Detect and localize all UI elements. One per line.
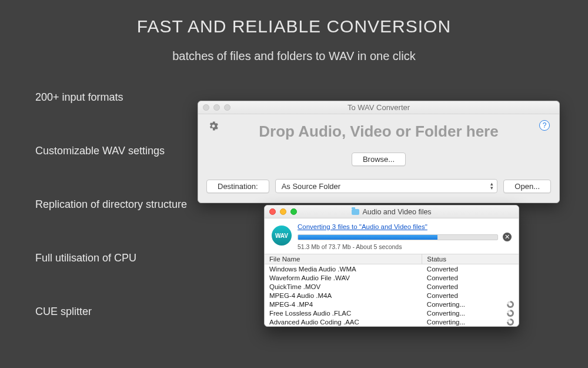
hero-title: FAST AND RELIABLE CONVERSION bbox=[0, 0, 588, 37]
table-row[interactable]: Windows Media Audio .WMAConverted bbox=[265, 264, 519, 274]
gear-icon[interactable] bbox=[208, 120, 219, 132]
feature-item: CUE splitter bbox=[35, 306, 187, 318]
status-cell: Converting... bbox=[422, 300, 519, 309]
window-controls[interactable] bbox=[269, 208, 297, 215]
progress-link[interactable]: Converting 3 files to "Audio and Video f… bbox=[298, 223, 512, 230]
destination-button[interactable]: Destination: bbox=[206, 180, 269, 193]
progress-bar bbox=[298, 234, 498, 240]
table-row[interactable]: Advanced Audio Coding .AACConverting... bbox=[265, 317, 519, 326]
file-name-cell: MPEG-4 .MP4 bbox=[265, 300, 422, 309]
table-row[interactable]: MPEG-4 .MP4Converting... bbox=[265, 300, 519, 309]
feature-item: 200+ input formats bbox=[35, 91, 187, 104]
minimize-icon[interactable] bbox=[280, 208, 286, 215]
table-row[interactable]: Waveform Audio File .WAVConverted bbox=[265, 273, 519, 282]
open-button[interactable]: Open... bbox=[503, 180, 551, 193]
window-title: To WAV Converter bbox=[348, 103, 410, 112]
file-name-cell: Windows Media Audio .WMA bbox=[265, 264, 422, 274]
cancel-button[interactable]: ✕ bbox=[503, 233, 512, 241]
drop-window: To WAV Converter ? Drop Audio, Video or … bbox=[198, 101, 560, 203]
browse-button[interactable]: Browse... bbox=[352, 152, 406, 166]
file-table: File Name Status Windows Media Audio .WM… bbox=[265, 254, 519, 326]
folder-icon bbox=[352, 209, 359, 215]
feature-list: 200+ input formats Customizable WAV sett… bbox=[35, 91, 187, 318]
feature-item: Customizable WAV settings bbox=[35, 145, 187, 157]
wav-badge-icon: WAV bbox=[272, 226, 292, 246]
status-cell: Converting... bbox=[422, 309, 519, 317]
table-row[interactable]: MPEG-4 Audio .M4AConverted bbox=[265, 291, 519, 300]
status-cell: Converted bbox=[422, 264, 519, 274]
file-table-body: Windows Media Audio .WMAConvertedWavefor… bbox=[265, 264, 519, 327]
file-name-cell: MPEG-4 Audio .M4A bbox=[265, 291, 422, 300]
column-header-status[interactable]: Status bbox=[422, 254, 519, 264]
help-icon[interactable]: ? bbox=[539, 120, 550, 131]
feature-item: Full utilisation of CPU bbox=[35, 252, 187, 264]
status-cell: Converted bbox=[422, 291, 519, 300]
window-title: Audio and Video files bbox=[362, 205, 431, 218]
zoom-icon[interactable] bbox=[290, 208, 297, 215]
table-row[interactable]: Free Lossless Audio .FLACConverting... bbox=[265, 309, 519, 317]
zoom-icon[interactable] bbox=[224, 104, 230, 111]
feature-item: Replication of directory structure bbox=[35, 198, 187, 211]
destination-value: As Source Folder bbox=[282, 182, 340, 191]
spinner-icon bbox=[507, 310, 514, 317]
status-cell: Converted bbox=[422, 282, 519, 291]
chevron-updown-icon: ▴▾ bbox=[490, 182, 493, 190]
minimize-icon[interactable] bbox=[213, 104, 220, 111]
close-icon[interactable] bbox=[269, 208, 276, 215]
drop-zone-text[interactable]: Drop Audio, Video or Folder here bbox=[206, 122, 551, 141]
file-name-cell: Free Lossless Audio .FLAC bbox=[265, 309, 422, 317]
hero-subtitle: batches of files and folders to WAV in o… bbox=[0, 49, 588, 63]
column-header-filename[interactable]: File Name bbox=[265, 254, 422, 264]
status-cell: Converted bbox=[422, 273, 519, 282]
status-cell: Converting... bbox=[422, 317, 519, 326]
progress-status: 51.3 Mb of 73.7 Mb - About 5 seconds bbox=[298, 243, 512, 250]
window-controls-inactive[interactable] bbox=[203, 104, 230, 111]
drop-window-titlebar[interactable]: To WAV Converter bbox=[198, 101, 559, 114]
file-name-cell: Waveform Audio File .WAV bbox=[265, 273, 422, 282]
progress-window: Audio and Video files WAV Converting 3 f… bbox=[264, 205, 519, 327]
file-name-cell: Advanced Audio Coding .AAC bbox=[265, 317, 422, 326]
progress-bar-fill bbox=[298, 235, 437, 240]
file-name-cell: QuickTime .MOV bbox=[265, 282, 422, 291]
table-row[interactable]: QuickTime .MOVConverted bbox=[265, 282, 519, 291]
progress-window-titlebar[interactable]: Audio and Video files bbox=[265, 205, 519, 218]
spinner-icon bbox=[507, 319, 514, 326]
destination-popup[interactable]: As Source Folder ▴▾ bbox=[275, 179, 498, 193]
close-icon[interactable] bbox=[203, 104, 209, 111]
spinner-icon bbox=[507, 301, 514, 308]
